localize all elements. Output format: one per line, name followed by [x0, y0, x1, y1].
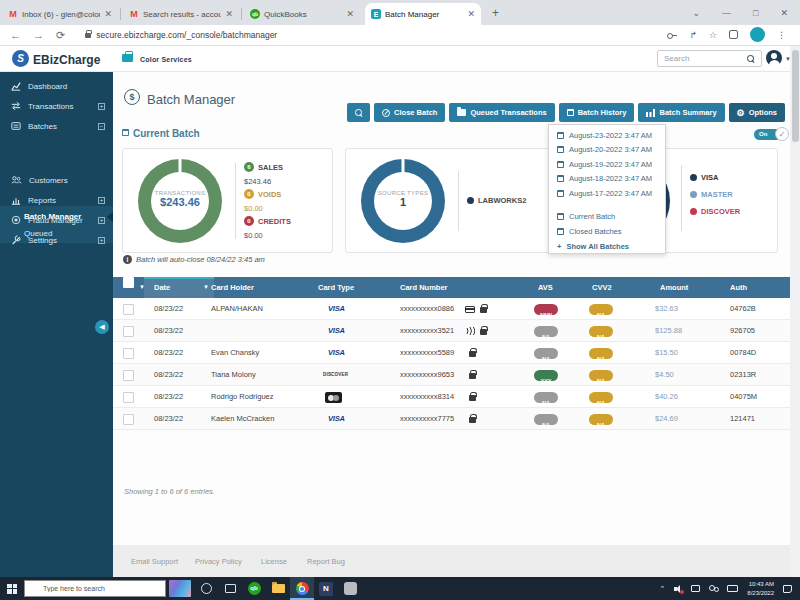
table-search-button[interactable] — [347, 103, 370, 122]
network-icon[interactable] — [691, 585, 700, 592]
menu-item-batch-date[interactable]: August-19-2022 3:47 AM — [549, 157, 667, 171]
bookmark-star-icon[interactable]: ☆ — [709, 30, 717, 40]
notes-app-button[interactable]: N — [314, 577, 338, 600]
gear-icon: ⚙ — [737, 109, 745, 117]
password-key-icon[interactable] — [667, 33, 677, 37]
menu-item-current-batch[interactable]: Current Batch — [549, 209, 667, 223]
taskbar-search-input[interactable] — [24, 580, 166, 597]
taskbar-clock[interactable]: 10:43 AM 8/23/2022 — [747, 580, 774, 597]
browser-tab-quickbooks[interactable]: qb QuickBooks ✕ — [244, 3, 360, 25]
start-button[interactable] — [0, 577, 24, 600]
tab-close-icon[interactable]: ✕ — [346, 9, 354, 19]
scrollbar-thumb[interactable] — [792, 50, 799, 142]
license-link[interactable]: License — [261, 557, 287, 566]
people-icon[interactable] — [709, 585, 718, 592]
reading-list-icon[interactable] — [729, 30, 738, 39]
sidebar-item-dashboard[interactable]: Dashboard — [0, 76, 113, 96]
row-checkbox[interactable] — [123, 414, 134, 425]
row-checkbox[interactable] — [123, 304, 134, 315]
column-amount[interactable]: Amount — [660, 277, 688, 298]
expand-icon[interactable]: + — [98, 103, 105, 110]
email-support-link[interactable]: Email Support — [131, 557, 178, 566]
menu-item-show-all-batches[interactable]: +Show All Batches — [549, 239, 667, 253]
column-card-number[interactable]: Card Number — [400, 277, 448, 298]
sidebar-item-customers[interactable]: Customers — [0, 170, 113, 190]
page-scrollbar[interactable] — [790, 46, 800, 577]
menu-item-batch-date[interactable]: August-18-2022 3:47 AM — [549, 172, 667, 186]
sidebar-item-fraud-manager[interactable]: Fraud Manager + — [0, 210, 113, 230]
search-icon[interactable] — [747, 55, 754, 62]
new-tab-button[interactable]: + — [492, 6, 499, 20]
sidebar-item-transactions[interactable]: Transactions + — [0, 96, 113, 116]
tab-close-icon[interactable]: ✕ — [104, 9, 112, 19]
expand-icon[interactable]: + — [98, 197, 105, 204]
column-date[interactable]: Date — [154, 277, 170, 298]
browser-menu-icon[interactable]: ⋮ — [777, 30, 786, 40]
expand-icon[interactable]: + — [98, 237, 105, 244]
share-icon[interactable]: ↱ — [689, 30, 697, 40]
browser-tab-batch-manager[interactable]: E Batch Manager ✕ — [365, 3, 481, 25]
notification-center-icon[interactable] — [783, 585, 792, 593]
menu-item-batch-date[interactable]: August-17-2022 3:47 AM — [549, 186, 667, 200]
report-bug-link[interactable]: Report Bug — [307, 557, 345, 566]
task-view-button[interactable] — [218, 577, 242, 600]
sidebar-item-batches[interactable]: Batches − — [0, 116, 113, 136]
cortana-button[interactable] — [194, 577, 218, 600]
batch-summary-button[interactable]: Batch Summary — [638, 103, 724, 122]
toggle-knob[interactable]: ✓ — [775, 127, 789, 141]
menu-item-closed-batches[interactable]: Closed Batches — [549, 224, 667, 238]
row-checkbox[interactable] — [123, 392, 134, 403]
column-cvv2[interactable]: CVV2 — [592, 277, 612, 298]
collapse-icon[interactable]: − — [98, 123, 105, 130]
pinned-app-button[interactable] — [338, 577, 362, 600]
table-row[interactable]: 08/23/22 Evan Chansky VISA xxxxxxxxxx558… — [113, 342, 790, 364]
touch-keyboard-icon[interactable] — [727, 585, 738, 592]
user-avatar[interactable] — [766, 50, 782, 66]
speaker-muted-icon[interactable] — [674, 585, 682, 593]
sidebar-item-reports[interactable]: Reports + — [0, 190, 113, 210]
sidebar-collapse-button[interactable]: ◀ — [95, 320, 109, 334]
back-icon[interactable]: ← — [10, 29, 21, 42]
options-button[interactable]: ⚙Options — [729, 103, 785, 122]
maximize-button[interactable]: □ — [753, 8, 758, 18]
quickbooks-taskbar-button[interactable]: qb — [242, 577, 266, 600]
column-card-holder[interactable]: Card Holder — [211, 277, 254, 298]
tab-close-icon[interactable]: ✕ — [225, 9, 233, 19]
browser-profile-avatar[interactable] — [750, 27, 765, 42]
column-auth[interactable]: Auth — [730, 277, 747, 298]
column-card-type[interactable]: Card Type — [318, 277, 354, 298]
close-batch-button[interactable]: Close Batch — [374, 103, 445, 122]
privacy-policy-link[interactable]: Privacy Policy — [195, 557, 242, 566]
sidebar-item-settings[interactable]: Settings + — [0, 230, 113, 250]
tab-search-icon[interactable]: ⌄ — [692, 8, 700, 18]
sort-caret-icon[interactable]: ▼ — [203, 277, 209, 298]
table-row[interactable]: 08/23/22 Tiana Molony DISCOVER xxxxxxxxx… — [113, 364, 790, 386]
select-all-checkbox[interactable] — [123, 277, 134, 288]
search-highlight-thumbnail[interactable] — [166, 577, 194, 600]
queued-transactions-button[interactable]: Queued Transactions — [449, 103, 554, 122]
chrome-taskbar-button[interactable] — [290, 577, 314, 600]
table-row[interactable]: 08/23/22 Rodrigo Rodriguez xxxxxxxxxx831… — [113, 386, 790, 408]
file-explorer-button[interactable] — [266, 577, 290, 600]
menu-item-batch-date[interactable]: August-23-2022 3:47 AM — [549, 128, 667, 142]
table-row[interactable]: 08/23/22 ALPAN/HAKAN VISA xxxxxxxxxx0886… — [113, 298, 790, 320]
browser-tab-search-results[interactable]: M Search results - accounting@colo ✕ — [123, 3, 239, 25]
close-button[interactable]: ✕ — [780, 8, 788, 18]
refresh-icon[interactable]: ⟳ — [56, 29, 65, 42]
hidden-icons-chevron[interactable]: ⌃ — [659, 585, 665, 593]
menu-item-batch-date[interactable]: August-20-2022 3:47 AM — [549, 143, 667, 157]
tab-close-icon[interactable]: ✕ — [467, 9, 475, 19]
row-checkbox[interactable] — [123, 326, 134, 337]
forward-icon[interactable]: → — [33, 29, 44, 42]
expand-icon[interactable]: + — [98, 217, 105, 224]
batch-history-button[interactable]: Batch History — [559, 103, 635, 122]
row-checkbox[interactable] — [123, 370, 134, 381]
browser-tab-inbox[interactable]: M Inbox (6) - glen@colorservices.c ✕ — [2, 3, 118, 25]
chevron-down-icon[interactable]: ▼ — [139, 277, 145, 298]
column-avs[interactable]: AVS — [538, 277, 553, 298]
minimize-button[interactable]: — — [722, 8, 731, 18]
table-row[interactable]: 08/23/22 VISA xxxxxxxxxx3521 NA NA $125.… — [113, 320, 790, 342]
table-row[interactable]: 08/23/22 Kaelen McCracken VISA xxxxxxxxx… — [113, 408, 790, 430]
row-checkbox[interactable] — [123, 348, 134, 359]
address-bar[interactable]: secure.ebizcharge.com/_console/batchmana… — [77, 28, 547, 43]
